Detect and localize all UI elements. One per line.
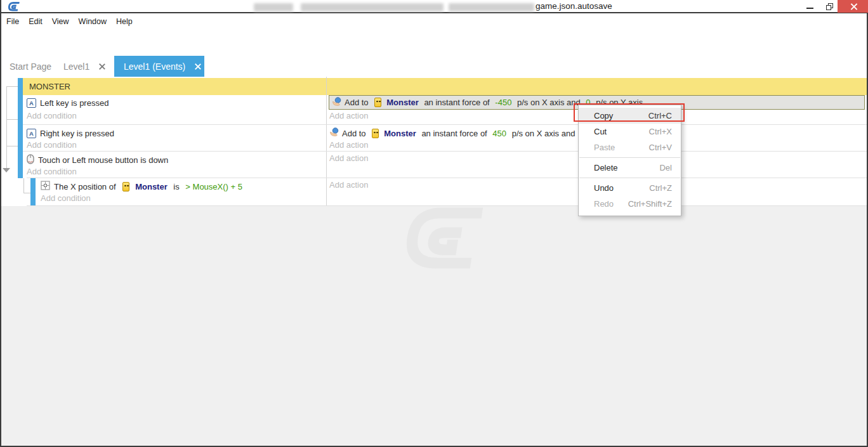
condition-right-key[interactable]: A Right key is pressed xyxy=(27,126,114,140)
close-button[interactable] xyxy=(838,0,868,13)
mouse-icon xyxy=(27,154,34,166)
menu-view[interactable]: View xyxy=(52,17,69,26)
menu-item-paste: Paste Ctrl+V xyxy=(579,139,681,155)
position-icon xyxy=(41,181,50,192)
gdevelop-watermark-logo xyxy=(393,204,489,276)
keyboard-key-icon: A xyxy=(27,129,36,138)
condition-x-position[interactable]: The X position of Monster is > MouseX() … xyxy=(41,179,242,193)
menu-file[interactable]: File xyxy=(6,17,19,26)
menu-edit[interactable]: Edit xyxy=(29,17,43,26)
add-action-link[interactable]: Add action xyxy=(329,180,368,193)
tab-bar: Start Page Level1 Level1 (Events) xyxy=(1,56,867,77)
gdevelop-logo-icon xyxy=(6,1,20,15)
monster-object-icon xyxy=(372,129,379,138)
comment-text: MONSTER xyxy=(29,82,70,91)
add-condition-link[interactable]: Add condition xyxy=(27,111,77,124)
menu-separator xyxy=(579,178,680,178)
condition-left-key[interactable]: A Left key is pressed xyxy=(27,96,109,110)
menu-bar: File Edit View Window Help xyxy=(1,15,867,28)
context-menu: Copy Ctrl+C Cut Ctrl+X Paste Ctrl+V Dele… xyxy=(578,105,681,216)
condition-touch-mouse[interactable]: Touch or Left mouse button is down xyxy=(27,153,168,167)
add-condition-link[interactable]: Add condition xyxy=(41,193,91,206)
tab-level1[interactable]: Level1 xyxy=(63,56,105,77)
action-add-force-right[interactable]: Add to Monster an instant force of 450 p… xyxy=(329,126,577,140)
menu-item-redo: Redo Ctrl+Shift+Z xyxy=(579,196,681,212)
tree-rail xyxy=(6,86,7,169)
add-action-link[interactable]: Add action xyxy=(329,140,368,153)
toolbar xyxy=(1,28,867,56)
event-color-bar xyxy=(18,151,23,178)
tab-level1-events[interactable]: Level1 (Events) xyxy=(114,56,204,77)
menu-item-delete[interactable]: Delete Del xyxy=(579,160,681,176)
title-bar: game.json.autosave xyxy=(1,0,867,13)
monster-object-icon xyxy=(374,98,381,107)
event-color-bar xyxy=(18,78,23,95)
window-title: game.json.autosave xyxy=(536,1,612,11)
event-color-bar xyxy=(18,124,23,151)
redacted-title-segment xyxy=(254,3,293,11)
menu-window[interactable]: Window xyxy=(79,17,107,26)
close-icon xyxy=(850,3,857,10)
event-color-bar xyxy=(18,94,23,124)
menu-item-undo[interactable]: Undo Ctrl+Z xyxy=(579,180,681,196)
force-icon xyxy=(329,127,339,139)
condition-action-divider xyxy=(326,77,327,206)
monster-object-icon xyxy=(122,182,129,191)
menu-help[interactable]: Help xyxy=(116,17,133,26)
restore-button[interactable] xyxy=(821,0,838,13)
force-icon xyxy=(332,97,341,108)
event-color-bar xyxy=(30,178,36,205)
add-action-link[interactable]: Add action xyxy=(329,111,368,124)
redacted-title-segment xyxy=(449,3,534,11)
add-condition-link[interactable]: Add condition xyxy=(27,167,77,179)
close-tab-icon[interactable] xyxy=(194,63,201,70)
menu-item-copy[interactable]: Copy Ctrl+C xyxy=(579,108,681,124)
add-condition-link[interactable]: Add condition xyxy=(27,140,77,153)
events-sheet: MONSTER A Left key is pressed Add condit… xyxy=(1,77,867,206)
add-action-link[interactable]: Add action xyxy=(329,153,368,166)
menu-separator xyxy=(579,157,680,158)
minimize-button[interactable] xyxy=(801,0,819,13)
redacted-title-segment xyxy=(301,3,444,11)
menu-item-cut[interactable]: Cut Ctrl+X xyxy=(579,124,681,139)
close-tab-icon[interactable] xyxy=(98,63,105,70)
gdevelop-window: game.json.autosave File Edit View Window… xyxy=(0,0,868,447)
comment-event[interactable]: MONSTER xyxy=(23,78,867,95)
keyboard-key-icon: A xyxy=(27,98,36,108)
collapse-arrow-icon[interactable] xyxy=(3,168,10,172)
tab-start-page[interactable]: Start Page xyxy=(10,56,51,77)
